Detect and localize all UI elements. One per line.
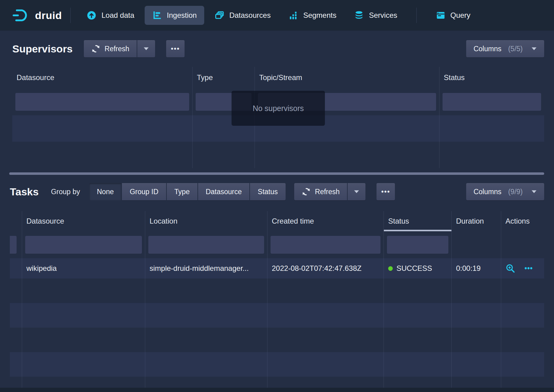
task-actions-more-icon[interactable]: ••• — [525, 264, 533, 273]
table-row — [10, 303, 544, 328]
columns-label: Columns — [474, 45, 501, 53]
tasks-refresh-button[interactable]: Refresh — [294, 183, 347, 200]
group-by-type-button[interactable]: Type — [167, 183, 197, 200]
columns-count: (9/9) — [508, 188, 523, 196]
column-header-created-time[interactable]: Created time — [267, 211, 384, 231]
status-success-dot — [388, 266, 393, 271]
table-row — [12, 142, 544, 168]
nav-item-label: Load data — [101, 11, 134, 20]
task-detail-magnifier-icon[interactable] — [505, 263, 515, 273]
tasks-more-button[interactable]: ••• — [376, 183, 395, 200]
group-by-status-button[interactable]: Status — [250, 183, 285, 200]
nav-query[interactable]: Query — [428, 6, 478, 25]
nav-datasources[interactable]: Datasources — [207, 6, 278, 25]
refresh-label: Refresh — [315, 188, 340, 196]
refresh-label: Refresh — [105, 45, 130, 53]
datasources-icon — [215, 10, 224, 20]
query-icon — [436, 10, 446, 20]
ingestion-icon — [152, 10, 162, 20]
datasource-filter-input[interactable] — [15, 93, 189, 111]
task-id-filter-input[interactable] — [10, 236, 17, 254]
chevron-down-icon — [527, 190, 537, 194]
created-time-filter-input[interactable] — [271, 236, 380, 254]
chevron-down-icon — [527, 47, 537, 51]
datasource-filter-input[interactable] — [25, 236, 142, 254]
refresh-icon — [302, 187, 311, 196]
task-status-cell: SUCCESS — [384, 258, 452, 279]
tasks-refresh-interval-button[interactable] — [348, 183, 365, 200]
supervisors-columns-button[interactable]: Columns (5/5) — [466, 40, 544, 57]
nav-item-label: Datasources — [229, 11, 271, 20]
logo-text: druid — [35, 10, 62, 21]
navbar-divider — [70, 8, 71, 23]
no-supervisors-message: No supervisors — [232, 91, 325, 126]
task-id-cell — [10, 258, 22, 279]
tasks-table-header: Datasource Location Created time Status … — [10, 211, 544, 231]
more-icon: ••• — [381, 188, 390, 196]
supervisors-more-button[interactable]: ••• — [166, 40, 185, 57]
group-by-group-id-button[interactable]: Group ID — [122, 183, 166, 200]
supervisors-table: Datasource Type Topic/Stream Status No s… — [12, 67, 544, 168]
chevron-down-icon — [354, 190, 359, 194]
nav-item-label: Ingestion — [167, 11, 197, 20]
column-header-actions[interactable]: Actions — [501, 211, 544, 231]
bottom-scrollbar-track[interactable] — [0, 388, 554, 392]
columns-count: (5/5) — [508, 45, 523, 53]
supervisors-table-header: Datasource Type Topic/Stream Status — [12, 67, 544, 88]
location-filter-input[interactable] — [148, 236, 264, 254]
tasks-toolbar: Tasks Group by None Group ID Type Dataso… — [10, 183, 544, 201]
nav-segments[interactable]: Segments — [281, 6, 344, 25]
group-by-label: Group by — [51, 188, 80, 196]
column-header-blank — [10, 211, 22, 231]
column-header-location[interactable]: Location — [145, 211, 267, 231]
tasks-filter-row — [10, 231, 544, 258]
group-by-none-button[interactable]: None — [89, 183, 122, 200]
column-header-status[interactable]: Status — [439, 67, 544, 88]
table-row — [10, 328, 544, 352]
column-header-type[interactable]: Type — [193, 67, 255, 88]
horizontal-scrollbar[interactable] — [9, 172, 544, 175]
column-header-topic-stream[interactable]: Topic/Stream — [255, 67, 439, 88]
navbar-items: Load data Ingestion — [79, 6, 478, 25]
druid-console: druid Load data — [0, 0, 554, 392]
task-duration-cell: 0:00:19 — [452, 258, 501, 279]
tasks-refresh-group: Refresh — [294, 183, 366, 200]
task-created-time-cell: 2022-08-02T07:42:47.638Z — [267, 258, 384, 279]
task-datasource-cell: wikipedia — [22, 258, 145, 279]
druid-logo-icon — [12, 8, 30, 22]
nav-item-label: Segments — [303, 11, 336, 20]
supervisors-toolbar: Supervisors Refresh — [12, 40, 544, 58]
group-by-segmented-control: None Group ID Type Datasource Status — [89, 183, 286, 200]
services-icon — [354, 10, 364, 20]
tasks-columns-button[interactable]: Columns (9/9) — [466, 183, 544, 200]
table-row — [10, 279, 544, 303]
upload-icon — [87, 10, 96, 20]
group-by-datasource-button[interactable]: Datasource — [198, 183, 250, 200]
navbar-divider — [416, 8, 417, 23]
columns-label: Columns — [474, 188, 501, 196]
column-header-datasource[interactable]: Datasource — [22, 211, 145, 231]
task-location-cell: simple-druid-middlemanager... — [145, 258, 267, 279]
column-header-duration[interactable]: Duration — [452, 211, 501, 231]
supervisors-refresh-button[interactable]: Refresh — [84, 40, 137, 57]
status-filter-input[interactable] — [387, 236, 448, 254]
chevron-down-icon — [143, 47, 149, 51]
column-header-status[interactable]: Status — [384, 211, 452, 231]
table-row — [10, 352, 544, 377]
task-row[interactable]: wikipedia simple-druid-middlemanager... … — [10, 258, 544, 279]
tasks-table: Datasource Location Created time Status … — [10, 211, 544, 392]
nav-item-label: Services — [369, 11, 397, 20]
more-icon: ••• — [171, 45, 180, 53]
status-filter-input[interactable] — [443, 93, 541, 111]
nav-ingestion[interactable]: Ingestion — [145, 6, 204, 25]
supervisors-section: Supervisors Refresh — [0, 40, 554, 175]
nav-services[interactable]: Services — [347, 6, 404, 25]
top-navbar: druid Load data — [0, 0, 554, 31]
tasks-section: Tasks Group by None Group ID Type Dataso… — [0, 183, 554, 392]
druid-logo[interactable]: druid — [12, 8, 62, 22]
supervisors-refresh-interval-button[interactable] — [137, 40, 155, 57]
status-badge: SUCCESS — [396, 264, 432, 273]
nav-load-data[interactable]: Load data — [79, 6, 142, 25]
nav-item-label: Query — [451, 11, 470, 20]
column-header-datasource[interactable]: Datasource — [12, 67, 193, 88]
